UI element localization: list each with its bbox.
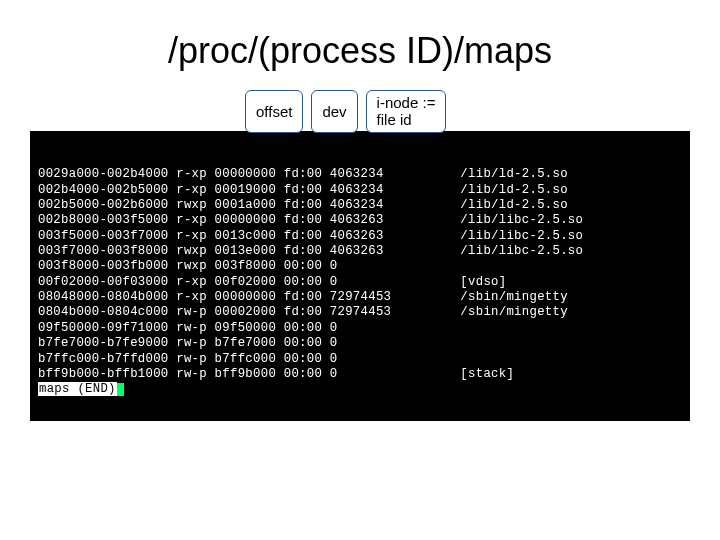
cursor <box>117 383 124 396</box>
label-dev: dev <box>311 90 357 133</box>
label-offset: offset <box>245 90 303 133</box>
pager-status: maps (END) <box>38 382 117 396</box>
slide: /proc/(process ID)/maps offset dev i-nod… <box>0 0 720 540</box>
page-title: /proc/(process ID)/maps <box>60 30 660 72</box>
maps-rows: 0029a000-002b4000 r-xp 00000000 fd:00 40… <box>38 167 682 382</box>
terminal-output: 0029a000-002b4000 r-xp 00000000 fd:00 40… <box>30 131 690 421</box>
label-inode: i-node := file id <box>366 90 447 133</box>
column-labels: offset dev i-node := file id <box>245 90 660 133</box>
